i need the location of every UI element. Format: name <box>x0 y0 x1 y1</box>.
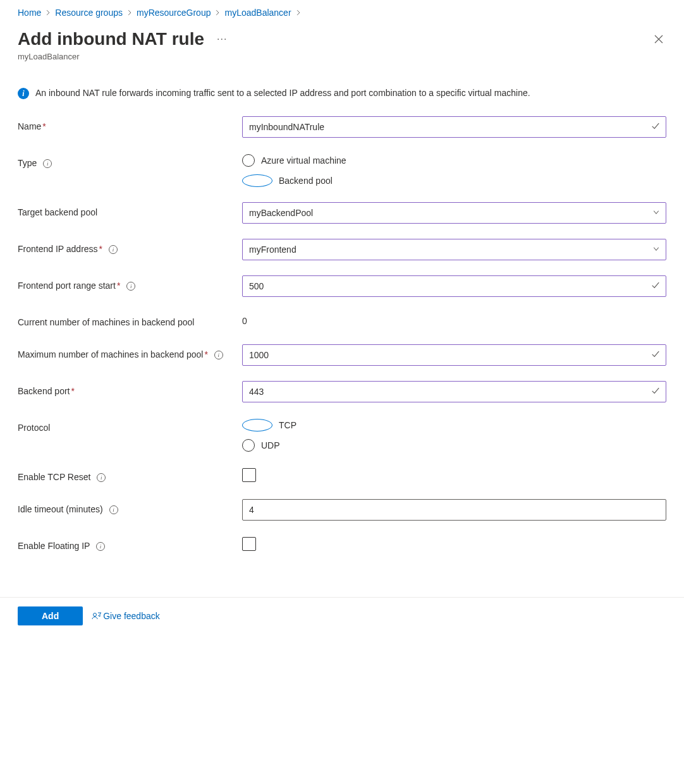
backend-port-input[interactable] <box>242 381 666 402</box>
max-machines-label: Maximum number of machines in backend po… <box>18 349 203 359</box>
close-button[interactable] <box>651 32 666 49</box>
idle-timeout-label: Idle timeout (minutes) <box>18 504 103 514</box>
type-label: Type <box>18 158 37 168</box>
breadcrumb-myloadbalancer[interactable]: myLoadBalancer <box>224 8 291 18</box>
floating-ip-checkbox[interactable] <box>242 537 256 551</box>
info-tooltip-icon[interactable]: i <box>109 505 118 514</box>
info-icon: i <box>18 88 29 99</box>
backend-port-label: Backend port <box>18 386 70 396</box>
info-banner: i An inbound NAT rule forwards incoming … <box>18 87 666 100</box>
feedback-icon <box>92 611 102 621</box>
give-feedback-link[interactable]: Give feedback <box>92 611 160 621</box>
protocol-option-tcp[interactable]: TCP <box>242 419 666 431</box>
name-input[interactable] <box>242 116 666 138</box>
frontend-ip-select[interactable] <box>242 239 666 260</box>
breadcrumb-myresourcegroup[interactable]: myResourceGroup <box>137 8 211 18</box>
chevron-right-icon <box>126 9 133 16</box>
max-machines-input[interactable] <box>242 344 666 366</box>
type-option-vm[interactable]: Azure virtual machine <box>242 154 666 167</box>
idle-timeout-input[interactable] <box>242 499 666 521</box>
info-tooltip-icon[interactable]: i <box>109 245 118 254</box>
info-tooltip-icon[interactable]: i <box>43 159 52 168</box>
info-tooltip-icon[interactable]: i <box>96 542 105 551</box>
target-pool-select[interactable] <box>242 202 666 224</box>
chevron-right-icon <box>295 9 302 16</box>
info-tooltip-icon[interactable]: i <box>97 473 106 482</box>
svg-point-0 <box>94 613 97 617</box>
floating-ip-label: Enable Floating IP <box>18 541 90 551</box>
frontend-ip-label: Frontend IP address <box>18 244 98 254</box>
breadcrumb-home[interactable]: Home <box>18 8 41 18</box>
current-machines-label: Current number of machines in backend po… <box>18 317 194 327</box>
page-subtitle: myLoadBalancer <box>18 52 227 61</box>
footer: Add Give feedback <box>0 597 684 638</box>
type-option-backend-pool[interactable]: Backend pool <box>242 174 666 187</box>
tcp-reset-label: Enable TCP Reset <box>18 472 90 482</box>
radio-label: UDP <box>261 440 280 450</box>
tcp-reset-checkbox[interactable] <box>242 468 256 482</box>
radio-label: Azure virtual machine <box>261 155 346 166</box>
radio-icon <box>242 154 255 167</box>
name-label: Name <box>18 121 41 131</box>
breadcrumb: Home Resource groups myResourceGroup myL… <box>18 8 666 18</box>
chevron-right-icon <box>45 9 51 16</box>
radio-label: Backend pool <box>279 176 333 186</box>
info-text: An inbound NAT rule forwards incoming tr… <box>35 87 530 100</box>
page-title: Add inbound NAT rule <box>18 29 204 49</box>
type-radio-group: Azure virtual machine Backend pool <box>242 153 666 187</box>
info-tooltip-icon[interactable]: i <box>214 351 223 359</box>
radio-icon <box>242 419 272 431</box>
breadcrumb-resource-groups[interactable]: Resource groups <box>55 8 123 18</box>
protocol-radio-group: TCP UDP <box>242 418 666 452</box>
radio-icon <box>242 174 272 187</box>
more-actions-button[interactable]: ··· <box>217 34 227 44</box>
port-start-label: Frontend port range start <box>18 280 116 291</box>
radio-icon <box>242 439 255 452</box>
chevron-right-icon <box>214 9 221 16</box>
feedback-label: Give feedback <box>103 611 160 621</box>
protocol-label: Protocol <box>18 423 50 433</box>
current-machines-value: 0 <box>242 312 666 326</box>
add-button[interactable]: Add <box>18 606 83 625</box>
info-tooltip-icon[interactable]: i <box>126 282 135 291</box>
radio-label: TCP <box>279 420 296 430</box>
protocol-option-udp[interactable]: UDP <box>242 439 666 452</box>
target-pool-label: Target backend pool <box>18 207 97 217</box>
port-start-input[interactable] <box>242 275 666 297</box>
